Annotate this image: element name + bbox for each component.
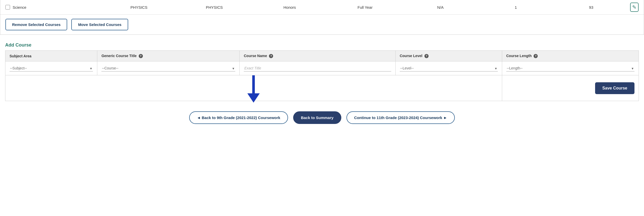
generic-course-cell: --Course-- — [97, 61, 240, 75]
save-course-button[interactable]: Save Course — [595, 82, 634, 94]
down-arrow — [247, 75, 260, 103]
length-cell: Full Year — [329, 5, 402, 10]
course-table: Science PHYSICS PHYSICS Honors Full Year… — [0, 0, 644, 35]
exact-title-input[interactable] — [244, 65, 391, 71]
generic-title-cell: PHYSICS — [102, 5, 175, 10]
course-length-cell: --Length-- — [502, 61, 639, 75]
add-course-section: Add Course Subject Area Generic Course T… — [0, 42, 644, 101]
course-select[interactable]: --Course-- — [101, 65, 235, 71]
add-course-title: Add Course — [5, 42, 639, 48]
length-select-wrapper: --Length-- — [506, 65, 634, 71]
remove-selected-button[interactable]: Remove Selected Courses — [5, 19, 67, 30]
course-name-cell: PHYSICS — [178, 5, 251, 10]
level-select[interactable]: --Level-- — [400, 65, 498, 71]
level-select-wrapper: --Level-- — [400, 65, 498, 71]
back-grade9-button[interactable]: ◄ Back to 9th Grade (2021-2022) Coursewo… — [189, 111, 288, 124]
course-select-wrapper: --Course-- — [101, 65, 235, 71]
course-length-help-icon[interactable]: ? — [534, 54, 538, 58]
subject-select-wrapper: --Subject-- — [10, 65, 93, 71]
subject-area-cell: --Subject-- — [5, 61, 97, 75]
course-name-cell — [240, 61, 396, 75]
na-cell: N/A — [404, 5, 477, 10]
course-level-cell: --Level-- — [395, 61, 502, 75]
credits-cell: 1 — [479, 5, 552, 10]
action-buttons-row: Remove Selected Courses Move Selected Co… — [0, 15, 644, 34]
arrow-cell — [5, 75, 502, 101]
continue-grade11-button[interactable]: Continue to 11th Grade (2023-2024) Cours… — [346, 111, 455, 124]
level-cell: Honors — [253, 5, 326, 10]
edit-icon[interactable]: ✎ — [630, 3, 639, 12]
arrow-shaft — [252, 75, 255, 93]
table-header-row: Subject Area Generic Course Title ? Cour… — [5, 51, 639, 61]
back-summary-button[interactable]: Back to Summary — [293, 111, 341, 124]
add-course-inputs-row: --Subject-- --Course-- — [5, 61, 639, 75]
arrow-head — [247, 93, 260, 103]
bottom-navigation: ◄ Back to 9th Grade (2021-2022) Coursewo… — [0, 111, 644, 134]
course-name-header: Course Name ? — [240, 51, 396, 61]
move-selected-button[interactable]: Move Selected Courses — [71, 19, 128, 30]
arrow-row: Save Course — [5, 75, 639, 101]
add-course-table: Subject Area Generic Course Title ? Cour… — [5, 50, 639, 101]
save-cell: Save Course — [502, 75, 639, 101]
subject-area-header: Subject Area — [5, 51, 97, 61]
course-checkbox[interactable] — [5, 5, 10, 10]
subject-cell: Science — [13, 5, 100, 10]
grade-cell: 93 — [555, 5, 628, 10]
generic-course-title-header: Generic Course Title ? — [97, 51, 240, 61]
subject-select[interactable]: --Subject-- — [10, 65, 93, 71]
length-select[interactable]: --Length-- — [506, 65, 634, 71]
generic-course-help-icon[interactable]: ? — [139, 54, 143, 58]
course-length-header: Course Length ? — [502, 51, 639, 61]
course-name-help-icon[interactable]: ? — [269, 54, 273, 58]
course-level-help-icon[interactable]: ? — [424, 54, 429, 58]
course-level-header: Course Level ? — [395, 51, 502, 61]
course-row: Science PHYSICS PHYSICS Honors Full Year… — [0, 0, 644, 15]
